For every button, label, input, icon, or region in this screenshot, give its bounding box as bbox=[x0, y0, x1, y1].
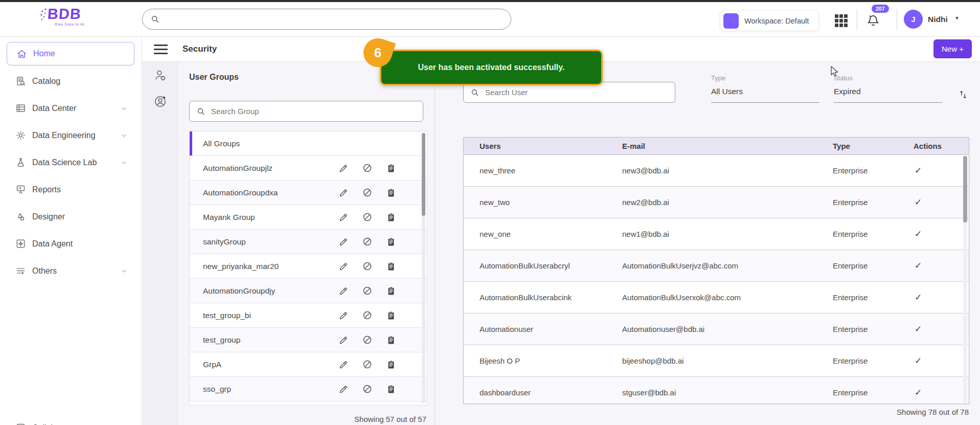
deactivate-group-button[interactable] bbox=[362, 236, 373, 247]
edit-group-button[interactable] bbox=[338, 237, 349, 247]
group-row[interactable]: GrpA bbox=[190, 352, 427, 377]
group-row[interactable]: Mayank Group bbox=[190, 205, 427, 230]
workspace-chip[interactable]: Workspace: Default bbox=[720, 10, 819, 31]
sidebar-item-data-center[interactable]: Data Center bbox=[0, 95, 141, 122]
edit-group-button[interactable] bbox=[338, 384, 349, 394]
sidebar-item-reports[interactable]: Reports bbox=[0, 176, 141, 203]
user-groups-title: User Groups bbox=[189, 73, 239, 82]
group-clipboard-button[interactable] bbox=[386, 384, 396, 394]
group-name: GrpA bbox=[203, 360, 221, 369]
edit-group-button[interactable] bbox=[338, 335, 349, 345]
action-check-button[interactable]: ✓ bbox=[914, 229, 969, 239]
user-groups-tab-icon[interactable] bbox=[153, 69, 167, 82]
deactivate-group-button[interactable] bbox=[362, 261, 373, 272]
sidebar-item-collaborate[interactable]: Collaborate bbox=[0, 414, 142, 425]
hamburger-menu-icon[interactable] bbox=[154, 44, 168, 54]
action-check-button[interactable]: ✓ bbox=[914, 324, 969, 334]
group-clipboard-button[interactable] bbox=[386, 163, 396, 173]
bdb-logo[interactable]: BDB Raw Data to AI bbox=[48, 6, 84, 27]
user-row[interactable]: new_onenew1@bdb.aiEnterprise✓ bbox=[464, 218, 969, 250]
user-row[interactable]: dashboarduserstguser@bdb.aiEnterprise✓ bbox=[464, 377, 969, 404]
deactivate-group-button[interactable] bbox=[362, 359, 373, 370]
action-check-button[interactable]: ✓ bbox=[914, 292, 969, 303]
action-check-button[interactable]: ✓ bbox=[914, 165, 969, 176]
edit-group-button[interactable] bbox=[338, 360, 349, 370]
sidebar-item-home[interactable]: Home bbox=[7, 42, 134, 65]
action-check-button[interactable]: ✓ bbox=[914, 260, 969, 271]
apps-grid-icon[interactable] bbox=[835, 14, 848, 27]
edit-group-button[interactable] bbox=[338, 163, 349, 173]
user-row[interactable]: AutomationuserAutomationuser@bdb.aiEnter… bbox=[464, 314, 969, 345]
user-row[interactable]: AutomationBulkUserabcinkAutomationBulkUs… bbox=[464, 282, 969, 314]
sidebar-item-data-agent[interactable]: Data Agent bbox=[0, 230, 141, 257]
edit-group-button[interactable] bbox=[338, 261, 349, 272]
group-name: test_group bbox=[203, 335, 240, 345]
action-check-button[interactable]: ✓ bbox=[914, 387, 969, 398]
sidebar-item-label: Collaborate bbox=[32, 423, 74, 425]
user-row[interactable]: AutomationBulkUserabcrylAutomationBulkUs… bbox=[464, 250, 969, 282]
group-row[interactable]: All Groups bbox=[190, 131, 427, 156]
deactivate-group-button[interactable] bbox=[362, 334, 373, 345]
user-type-cell: Enterprise bbox=[833, 388, 914, 397]
group-search-input[interactable] bbox=[210, 106, 423, 116]
user-name-cell: Automationuser bbox=[464, 325, 622, 333]
group-clipboard-button[interactable] bbox=[386, 188, 396, 198]
edit-group-button[interactable] bbox=[338, 188, 349, 198]
user-email-cell: bijeeshop@bdb.ai bbox=[622, 356, 833, 365]
user-avatar[interactable]: J bbox=[904, 10, 923, 29]
notifications-bell-icon[interactable] bbox=[866, 13, 880, 28]
action-check-button[interactable]: ✓ bbox=[914, 355, 969, 366]
group-clipboard-button[interactable] bbox=[386, 360, 396, 370]
sidebar-item-catalog[interactable]: Catalog bbox=[0, 68, 141, 95]
deactivate-group-button[interactable] bbox=[362, 310, 373, 321]
type-filter-value[interactable]: All Users bbox=[711, 87, 819, 96]
group-row[interactable]: AutomationGroupdxa bbox=[190, 181, 427, 205]
group-name: sanityGroup bbox=[203, 237, 246, 247]
users-table-scrollbar-thumb[interactable] bbox=[963, 156, 967, 222]
sidebar-item-data-engineering[interactable]: Data Engineering bbox=[0, 122, 141, 149]
group-row[interactable]: AutomationGroupdjy bbox=[190, 279, 427, 303]
logo-tagline: Raw Data to AI bbox=[48, 22, 84, 27]
user-search-input[interactable] bbox=[484, 87, 675, 97]
new-button[interactable]: New + bbox=[933, 39, 972, 58]
group-row[interactable]: new_priyanka_mar20 bbox=[190, 254, 427, 279]
security-icon-rail bbox=[142, 62, 178, 425]
status-filter-value[interactable]: Expired bbox=[834, 87, 942, 96]
user-row[interactable]: new_threenew3@bdb.aiEnterprise✓ bbox=[464, 155, 969, 187]
topbar-divider-2 bbox=[897, 9, 897, 30]
sidebar-item-designer[interactable]: Designer bbox=[0, 203, 141, 230]
deactivate-group-button[interactable] bbox=[362, 187, 373, 198]
group-row[interactable]: sanityGroup bbox=[190, 230, 427, 254]
action-check-button[interactable]: ✓ bbox=[914, 197, 969, 208]
user-name-cell: new_two bbox=[464, 198, 622, 207]
group-list-scrollbar-thumb[interactable] bbox=[422, 133, 425, 216]
global-search-input[interactable] bbox=[165, 14, 511, 24]
user-row[interactable]: Bijeesh O Pbijeeshop@bdb.aiEnterprise✓ bbox=[464, 345, 969, 377]
user-menu-chevron-down-icon[interactable]: ▾ bbox=[955, 14, 959, 21]
sort-icon[interactable] bbox=[958, 89, 969, 100]
group-row[interactable]: test_group_bi bbox=[190, 303, 427, 328]
edit-group-button[interactable] bbox=[338, 212, 349, 222]
user-row[interactable]: new_twonew2@bdb.aiEnterprise✓ bbox=[464, 187, 969, 218]
edit-group-button[interactable] bbox=[338, 310, 349, 321]
group-clipboard-button[interactable] bbox=[386, 286, 396, 296]
sidebar-item-others[interactable]: Others bbox=[0, 257, 141, 284]
user-name-cell: new_three bbox=[464, 166, 622, 175]
group-row[interactable]: test_group bbox=[190, 328, 427, 352]
group-clipboard-button[interactable] bbox=[386, 237, 396, 247]
group-clipboard-button[interactable] bbox=[386, 335, 396, 345]
group-row[interactable]: AutomationGroupjlz bbox=[190, 156, 427, 181]
deactivate-group-button[interactable] bbox=[362, 285, 373, 296]
user-name[interactable]: Nidhi bbox=[928, 15, 948, 24]
group-clipboard-button[interactable] bbox=[386, 261, 396, 272]
sidebar-item-data-science-lab[interactable]: Data Science Lab bbox=[0, 149, 141, 176]
group-clipboard-button[interactable] bbox=[386, 212, 396, 222]
edit-group-button[interactable] bbox=[338, 286, 349, 296]
group-row[interactable]: sso_grp bbox=[190, 377, 427, 401]
group-clipboard-button[interactable] bbox=[386, 310, 396, 321]
deactivate-group-button[interactable] bbox=[362, 163, 373, 173]
deactivate-group-button[interactable] bbox=[362, 212, 373, 222]
users-tab-icon[interactable] bbox=[153, 95, 167, 108]
deactivate-group-button[interactable] bbox=[362, 384, 373, 394]
group-search bbox=[189, 101, 423, 122]
